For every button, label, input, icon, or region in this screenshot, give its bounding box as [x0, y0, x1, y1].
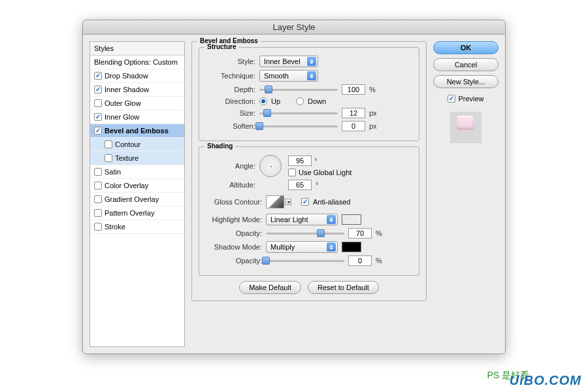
angle-wheel[interactable]: [259, 155, 282, 177]
technique-select[interactable]: Smooth: [259, 70, 318, 82]
checkbox-icon[interactable]: [94, 168, 102, 176]
gloss-contour-label: Gloss Contour:: [206, 198, 262, 206]
style-label: Style:: [206, 57, 255, 65]
checkbox-icon[interactable]: [94, 223, 102, 231]
direction-down-radio[interactable]: [296, 97, 304, 105]
highlight-color-swatch[interactable]: [342, 214, 361, 225]
checkbox-icon[interactable]: [94, 127, 102, 135]
sidebar-item-label: Drop Shadow: [105, 72, 148, 80]
shading-group: Shading Angle: 95 ° Use Global Light: [199, 146, 419, 276]
ok-button[interactable]: OK: [433, 41, 498, 54]
structure-legend: Structure: [204, 43, 238, 50]
sidebar-item-inner-glow[interactable]: Inner Glow: [90, 110, 184, 124]
highlight-opacity-input[interactable]: 70: [348, 228, 372, 238]
angle-label: Angle:: [206, 162, 255, 170]
sidebar-item-texture[interactable]: Texture: [90, 152, 184, 165]
make-default-button[interactable]: Make Default: [239, 281, 301, 294]
dropdown-arrow-icon: [307, 57, 316, 66]
technique-label: Technique:: [206, 72, 255, 80]
sidebar-blending-options[interactable]: Blending Options: Custom: [90, 56, 184, 69]
sidebar-item-label: Outer Glow: [105, 99, 141, 107]
down-label: Down: [308, 97, 326, 105]
antialiased-checkbox[interactable]: [301, 198, 309, 206]
soften-unit: px: [369, 122, 377, 130]
sidebar-item-satin[interactable]: Satin: [90, 165, 184, 179]
checkbox-icon[interactable]: [105, 154, 112, 162]
up-label: Up: [271, 97, 280, 105]
dropdown-arrow-icon[interactable]: [285, 199, 291, 205]
sidebar-item-label: Color Overlay: [105, 182, 148, 189]
sidebar-item-label: Satin: [105, 168, 121, 176]
checkbox-icon[interactable]: [94, 99, 102, 107]
shadow-mode-select[interactable]: Multiply: [266, 241, 338, 253]
angle-input[interactable]: 95: [288, 155, 312, 166]
checkbox-icon[interactable]: [94, 113, 102, 121]
sidebar-item-label: Bevel and Emboss: [105, 127, 169, 135]
size-input[interactable]: 12: [342, 108, 365, 118]
soften-slider[interactable]: [259, 122, 338, 131]
new-style-button[interactable]: New Style...: [433, 75, 498, 88]
altitude-label: Altitude:: [206, 181, 255, 189]
altitude-input[interactable]: 65: [288, 180, 312, 190]
sidebar-item-label: Inner Shadow: [105, 86, 149, 93]
sidebar-item-label: Pattern Overlay: [105, 209, 154, 217]
sidebar-item-pattern-overlay[interactable]: Pattern Overlay: [90, 206, 184, 220]
checkbox-icon[interactable]: [94, 72, 102, 80]
gloss-contour-picker[interactable]: [266, 195, 284, 208]
reset-default-button[interactable]: Reset to Default: [308, 281, 379, 294]
styles-sidebar: Styles Blending Options: Custom Drop Sha…: [90, 41, 185, 347]
highlight-opacity-slider[interactable]: [266, 229, 344, 238]
layer-style-dialog: Layer Style Styles Blending Options: Cus…: [82, 20, 506, 354]
preview-label: Preview: [458, 95, 483, 103]
depth-unit: %: [369, 86, 376, 93]
soften-input[interactable]: 0: [342, 121, 365, 131]
sidebar-item-bevel-emboss[interactable]: Bevel and Emboss: [90, 124, 184, 138]
checkbox-icon[interactable]: [94, 86, 102, 93]
sidebar-item-outer-glow[interactable]: Outer Glow: [90, 97, 184, 110]
checkbox-icon[interactable]: [94, 182, 102, 189]
highlight-mode-label: Highlight Mode:: [206, 216, 262, 223]
highlight-mode-select[interactable]: Linear Light: [266, 214, 338, 225]
dropdown-arrow-icon: [307, 71, 316, 80]
size-label: Size:: [206, 109, 255, 117]
shadow-color-swatch[interactable]: [342, 242, 361, 252]
preview-checkbox[interactable]: [448, 95, 455, 103]
direction-up-radio[interactable]: [259, 97, 267, 105]
antialiased-label: Anti-aliased: [313, 198, 350, 206]
shadow-opacity-input[interactable]: 0: [348, 255, 372, 266]
direction-label: Direction:: [206, 97, 255, 105]
sidebar-item-drop-shadow[interactable]: Drop Shadow: [90, 69, 184, 83]
sidebar-item-label: Stroke: [105, 223, 125, 231]
shadow-mode-label: Shadow Mode:: [206, 243, 262, 251]
dropdown-arrow-icon: [327, 242, 336, 252]
preview-swatch: [450, 112, 482, 143]
sidebar-item-contour[interactable]: Contour: [90, 138, 184, 152]
sidebar-item-stroke[interactable]: Stroke: [90, 220, 184, 234]
highlight-opacity-label: Opacity:: [206, 229, 262, 237]
sidebar-item-gradient-overlay[interactable]: Gradient Overlay: [90, 193, 184, 206]
sidebar-item-label: Contour: [115, 140, 140, 148]
sidebar-header[interactable]: Styles: [90, 42, 184, 56]
global-light-checkbox[interactable]: [288, 169, 296, 176]
style-select[interactable]: Inner Bevel: [259, 56, 318, 67]
shadow-opacity-slider[interactable]: [266, 256, 344, 265]
size-unit: px: [369, 109, 377, 117]
right-column: OK Cancel New Style... Preview: [433, 41, 498, 347]
checkbox-icon[interactable]: [105, 140, 112, 148]
checkbox-icon[interactable]: [94, 209, 102, 217]
sidebar-item-color-overlay[interactable]: Color Overlay: [90, 179, 184, 193]
sidebar-item-inner-shadow[interactable]: Inner Shadow: [90, 83, 184, 97]
cancel-button[interactable]: Cancel: [433, 58, 498, 71]
main-panel: Bevel and Emboss Structure Style: Inner …: [191, 41, 427, 347]
shading-legend: Shading: [204, 142, 235, 150]
depth-label: Depth:: [206, 86, 255, 93]
checkbox-icon[interactable]: [94, 195, 102, 203]
bevel-emboss-group: Bevel and Emboss Structure Style: Inner …: [191, 41, 427, 301]
depth-slider[interactable]: [259, 85, 338, 94]
sidebar-item-label: Gradient Overlay: [105, 195, 159, 203]
sidebar-item-label: Blending Options: Custom: [94, 58, 178, 66]
dialog-title: Layer Style: [83, 20, 505, 35]
size-slider[interactable]: [259, 108, 338, 118]
watermark-logo: UiBO.COM: [510, 373, 581, 388]
depth-input[interactable]: 100: [342, 84, 365, 95]
